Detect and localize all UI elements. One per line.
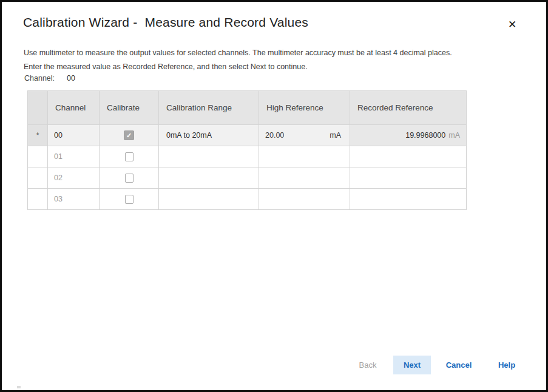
calibrate-cell xyxy=(100,167,159,189)
description-line-1: Use multimeter to measure the output val… xyxy=(24,46,527,60)
high-reference-cell xyxy=(259,167,350,189)
column-header-channel: Channel xyxy=(48,91,100,125)
recorded-reference-cell[interactable] xyxy=(350,167,467,189)
corner-header-cell xyxy=(28,91,48,125)
column-header-calibrate: Calibrate xyxy=(100,91,159,125)
calibrate-checkbox[interactable]: ✓ xyxy=(124,130,134,140)
row-selector-cell[interactable] xyxy=(28,146,48,167)
row-selector-cell[interactable] xyxy=(28,167,48,189)
channel-cell: 03 xyxy=(48,189,100,210)
calibrate-cell xyxy=(100,146,159,167)
dialog-description: Use multimeter to measure the output val… xyxy=(24,46,527,74)
table-row[interactable]: * 00 ✓ 0mA to 20mA 20.00 mA 19.9968000 m… xyxy=(28,125,467,146)
calibrate-cell: ✓ xyxy=(100,125,159,146)
recorded-reference-unit: mA xyxy=(448,131,460,140)
high-reference-cell xyxy=(259,146,350,167)
recorded-reference-cell[interactable] xyxy=(350,146,467,167)
channel-cell: 01 xyxy=(48,146,100,167)
stray-pixel-artifact xyxy=(17,386,21,388)
calibration-range-cell xyxy=(159,146,259,167)
table-row[interactable]: 02 xyxy=(28,167,467,189)
recorded-reference-value[interactable]: 19.9968000 xyxy=(405,131,445,140)
calibration-range-cell xyxy=(159,189,259,210)
column-header-high-reference: High Reference xyxy=(259,91,350,125)
channel-value: 00 xyxy=(67,74,75,83)
high-reference-cell xyxy=(259,189,350,210)
row-selector-cell[interactable]: * xyxy=(28,125,48,146)
row-selector-cell[interactable] xyxy=(28,189,48,210)
recorded-reference-cell[interactable]: 19.9968000 mA xyxy=(350,125,467,146)
channel-label: Channel: xyxy=(24,74,55,83)
table-header-row: Channel Calibrate Calibration Range High… xyxy=(28,91,467,125)
calibration-range-cell xyxy=(159,167,259,189)
calibration-wizard-dialog: Calibration Wizard - Measure and Record … xyxy=(0,0,548,392)
back-button: Back xyxy=(350,356,386,374)
high-reference-unit: mA xyxy=(330,131,341,140)
calibrate-checkbox[interactable] xyxy=(125,152,134,161)
column-header-recorded-reference: Recorded Reference xyxy=(350,91,467,125)
table-row[interactable]: 03 xyxy=(28,189,467,210)
next-button[interactable]: Next xyxy=(393,356,431,374)
channel-indicator: Channel: 00 xyxy=(24,74,75,83)
table-row[interactable]: 01 xyxy=(28,146,467,167)
column-header-calibration-range: Calibration Range xyxy=(159,91,259,125)
calibration-range-cell: 0mA to 20mA xyxy=(159,125,259,146)
recorded-reference-cell[interactable] xyxy=(350,189,467,210)
high-reference-cell: 20.00 mA xyxy=(259,125,350,146)
cancel-button[interactable]: Cancel xyxy=(441,356,477,374)
page-title: Calibration Wizard - Measure and Record … xyxy=(23,15,308,30)
calibrate-checkbox[interactable] xyxy=(125,174,134,183)
calibrate-checkbox[interactable] xyxy=(125,195,134,204)
channel-cell: 02 xyxy=(48,167,100,189)
description-line-2: Enter the measured value as Recorded Ref… xyxy=(24,60,527,74)
close-icon[interactable]: ✕ xyxy=(504,16,520,32)
help-button[interactable]: Help xyxy=(489,356,525,374)
calibration-table: Channel Calibrate Calibration Range High… xyxy=(27,90,467,210)
high-reference-value: 20.00 xyxy=(265,131,284,140)
channel-cell: 00 xyxy=(48,125,100,146)
calibrate-cell xyxy=(100,189,159,210)
